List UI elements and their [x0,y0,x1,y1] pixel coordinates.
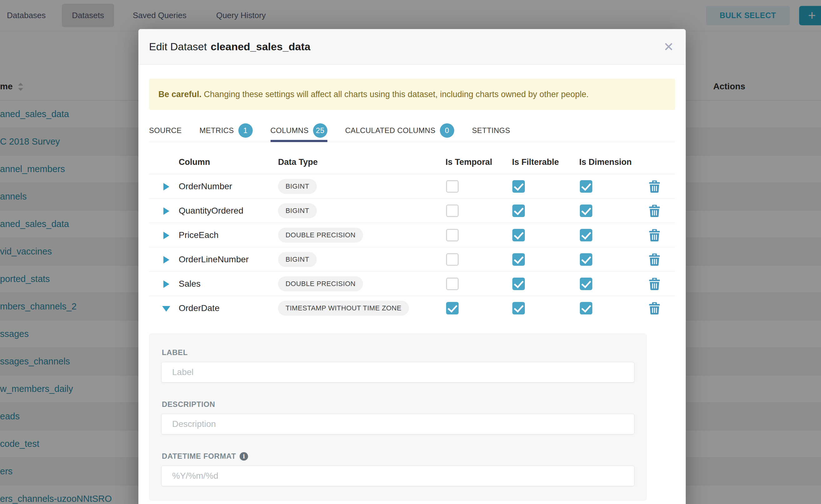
column-name: QuantityOrdered [179,199,243,223]
is-dimension-checkbox[interactable] [580,229,592,241]
column-row: OrderDate TIMESTAMP WITHOUT TIME ZONE [149,296,675,320]
is-temporal-checkbox[interactable] [446,205,459,217]
description-field-label: DESCRIPTION [162,400,635,409]
is-filterable-checkbox[interactable] [512,205,525,217]
column-detail-panel: LABEL DESCRIPTION DATETIME FORMAT i [149,334,647,501]
modal-body: Be careful. Changing these settings will… [138,79,686,501]
is-filterable-checkbox[interactable] [512,180,525,193]
delete-column-icon[interactable] [649,302,660,314]
expand-caret-icon[interactable] [163,256,169,264]
columns-table-header: Column Data Type Is Temporal Is Filterab… [149,150,675,174]
edit-dataset-modal: Edit Datasetcleaned_sales_data ✕ Be care… [138,29,686,504]
expand-caret-icon[interactable] [163,183,169,190]
tab-count-badge: 25 [313,123,327,138]
column-row: PriceEach DOUBLE PRECISION [149,223,675,247]
is-dimension-header: Is Dimension [579,150,632,174]
column-row: OrderNumber BIGINT [149,174,675,199]
is-dimension-checkbox[interactable] [580,278,592,290]
delete-column-icon[interactable] [649,180,660,193]
is-temporal-checkbox[interactable] [446,229,459,241]
data-type-pill: BIGINT [278,179,317,194]
info-icon[interactable]: i [240,452,248,461]
delete-column-icon[interactable] [649,205,660,217]
expand-caret-icon[interactable] [163,280,169,288]
tab-label: COLUMNS [270,126,309,135]
is-filterable-checkbox[interactable] [512,302,525,314]
column-row: QuantityOrdered BIGINT [149,199,675,223]
is-temporal-header: Is Temporal [446,150,492,174]
tab-count-badge: 1 [238,123,253,138]
description-field: DESCRIPTION [161,400,635,434]
is-dimension-checkbox[interactable] [580,180,592,193]
datetime-format-label-text: DATETIME FORMAT [162,452,236,461]
data-type-pill: DOUBLE PRECISION [278,228,363,243]
tab-label: SETTINGS [472,126,510,135]
data-type-header: Data Type [278,150,318,174]
modal-header: Edit Datasetcleaned_sales_data ✕ [138,29,686,65]
is-dimension-checkbox[interactable] [580,253,592,266]
column-name: Sales [179,272,200,296]
label-input[interactable] [161,362,635,383]
delete-column-icon[interactable] [649,278,660,290]
datetime-format-field: DATETIME FORMAT i [161,452,635,486]
column-name: OrderNumber [179,174,232,199]
expand-caret-icon[interactable] [163,207,169,215]
tab-settings[interactable]: SETTINGS [472,119,510,142]
is-temporal-checkbox[interactable] [446,302,459,314]
tab-source[interactable]: SOURCE [149,119,181,142]
data-type-pill: BIGINT [278,252,317,267]
tab-label: CALCULATED COLUMNS [345,126,436,135]
is-temporal-checkbox[interactable] [446,278,459,290]
delete-column-icon[interactable] [649,229,660,241]
is-dimension-checkbox[interactable] [580,302,592,314]
column-name: OrderDate [179,296,220,320]
warning-banner: Be careful. Changing these settings will… [149,79,675,110]
is-dimension-checkbox[interactable] [580,205,592,217]
data-type-pill: DOUBLE PRECISION [278,276,363,291]
modal-title: Edit Datasetcleaned_sales_data [149,41,310,53]
collapse-caret-icon[interactable] [162,306,170,312]
column-name: PriceEach [179,223,219,247]
modal-tabs: SOURCE METRICS 1 COLUMNS 25 CALCULATED C… [149,119,675,142]
data-type-pill: TIMESTAMP WITHOUT TIME ZONE [278,301,409,316]
description-input[interactable] [161,414,635,434]
data-type-pill: BIGINT [278,203,317,218]
close-icon[interactable]: ✕ [663,41,674,53]
is-temporal-checkbox[interactable] [446,253,459,266]
tab-count-badge: 0 [440,123,454,138]
tab-label: SOURCE [149,126,181,135]
column-row: OrderLineNumber BIGINT [149,247,675,272]
datetime-format-field-label: DATETIME FORMAT i [162,452,635,461]
expand-caret-icon[interactable] [163,232,169,239]
is-filterable-checkbox[interactable] [512,278,525,290]
column-header: Column [179,150,210,174]
is-filterable-checkbox[interactable] [512,253,525,266]
warning-text: Changing these settings will affect all … [201,90,589,99]
is-filterable-checkbox[interactable] [512,229,525,241]
warning-bold-text: Be careful. [158,90,201,99]
tab-columns[interactable]: COLUMNS 25 [270,119,327,142]
column-row: Sales DOUBLE PRECISION [149,272,675,296]
label-field: LABEL [161,348,635,383]
column-name: OrderLineNumber [179,247,249,272]
is-temporal-checkbox[interactable] [446,180,459,193]
is-filterable-header: Is Filterable [512,150,559,174]
datetime-format-input[interactable] [161,466,635,486]
tab-calculated-columns[interactable]: CALCULATED COLUMNS 0 [345,119,454,142]
label-field-label: LABEL [162,348,635,357]
modal-title-prefix: Edit Dataset [149,41,207,52]
modal-title-dataset-name: cleaned_sales_data [210,41,310,52]
columns-table-body: OrderNumber BIGINT QuantityOrdered BIGIN… [149,174,675,320]
delete-column-icon[interactable] [649,253,660,266]
tab-metrics[interactable]: METRICS 1 [199,119,252,142]
tab-label: METRICS [199,126,234,135]
